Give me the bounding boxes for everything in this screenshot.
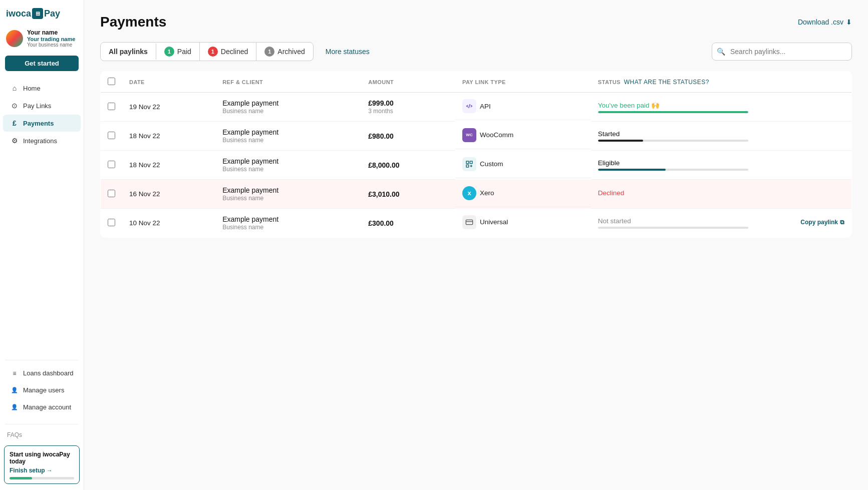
status-row: You've been paid 🙌 xyxy=(598,101,844,111)
table-row: 18 Nov 22 Example payment Business name … xyxy=(101,122,852,151)
sidebar-item-label: Home xyxy=(23,85,41,92)
page-title: Payments xyxy=(100,14,166,30)
date-cell: 18 Nov 22 xyxy=(122,151,215,180)
status-column-header: STATUS What are the statuses? xyxy=(591,72,852,93)
ref-client: Business name xyxy=(222,195,354,202)
ref-client: Business name xyxy=(222,224,354,231)
woocomm-icon: WC xyxy=(462,128,476,142)
status-label: You've been paid 🙌 xyxy=(598,101,660,109)
sidebar-item-label: Manage users xyxy=(23,386,64,394)
paylink-type-label: Universal xyxy=(480,218,508,226)
table-row: 18 Nov 22 Example payment Business name … xyxy=(101,151,852,180)
filter-bar: All paylinks 1 Paid 1 Declined 1 Archive… xyxy=(100,42,852,61)
sidebar-item-label: Loans dashboard xyxy=(23,369,73,377)
sidebar-item-integrations[interactable]: ⚙ Integrations xyxy=(3,132,81,149)
universal-icon xyxy=(462,215,476,229)
progress-fill xyxy=(598,169,666,171)
user-details: Your name Your trading name Your busines… xyxy=(27,29,75,48)
paylinks-icon: ⊙ xyxy=(10,102,19,110)
search-input[interactable] xyxy=(712,43,852,61)
ref-name: Example payment xyxy=(222,215,354,223)
status-label: Not started xyxy=(598,217,631,225)
progress-bar xyxy=(598,111,748,113)
progress-bar xyxy=(598,169,748,171)
row-checkbox-3[interactable] xyxy=(108,190,115,197)
paylink-type-label: API xyxy=(480,103,491,110)
faqs-label[interactable]: FAQs xyxy=(0,428,84,441)
get-started-button[interactable]: Get started xyxy=(5,56,79,71)
progress-bar xyxy=(598,227,748,229)
what-are-statuses-link[interactable]: What are the statuses? xyxy=(624,79,709,86)
more-statuses-button[interactable]: More statuses xyxy=(318,44,378,60)
declined-badge: 1 xyxy=(208,47,218,57)
sidebar-item-label: Integrations xyxy=(23,137,57,145)
amount-cell: £300.00 xyxy=(361,209,455,238)
loans-icon: ≡ xyxy=(10,370,19,377)
arrow-right-icon: → xyxy=(47,467,53,474)
row-checkbox-cell xyxy=(101,209,123,238)
status-cell: Started xyxy=(591,122,852,151)
ref-cell: Example payment Business name xyxy=(215,151,361,180)
ref-cell: Example payment Business name xyxy=(215,93,361,122)
date-column-header: DATE xyxy=(122,72,215,93)
sidebar-item-paylinks[interactable]: ⊙ Pay Links xyxy=(3,97,81,114)
finish-setup-link[interactable]: Finish setup → xyxy=(10,467,74,474)
main-content: Payments Download .csv ⬇ All paylinks 1 … xyxy=(84,0,868,490)
filter-tab-all[interactable]: All paylinks xyxy=(101,44,156,60)
filter-tab-label: All paylinks xyxy=(109,48,148,56)
sidebar-item-label: Pay Links xyxy=(23,102,51,110)
sidebar-item-home[interactable]: ⌂ Home xyxy=(3,80,81,97)
svg-rect-1 xyxy=(470,161,472,164)
select-all-header xyxy=(101,72,123,93)
row-checkbox-2[interactable] xyxy=(108,161,115,168)
paylink-type-cell: Universal xyxy=(455,209,591,236)
api-icon xyxy=(462,99,476,113)
row-checkbox-cell xyxy=(101,180,123,209)
payments-icon: £ xyxy=(10,119,19,127)
paylink-type-label: Xero xyxy=(480,189,494,197)
ref-name: Example payment xyxy=(222,186,354,194)
sidebar-item-payments[interactable]: £ Payments xyxy=(3,115,81,132)
archived-badge: 1 xyxy=(264,47,274,57)
amount-cell: £980.00 xyxy=(361,122,455,151)
ref-cell: Example payment Business name xyxy=(215,122,361,151)
ref-client: Business name xyxy=(222,137,354,144)
row-checkbox-1[interactable] xyxy=(108,132,115,139)
ref-client: Business name xyxy=(222,166,354,173)
user-info-section: Your name Your trading name Your busines… xyxy=(0,25,84,54)
copy-icon: ⧉ xyxy=(840,219,844,226)
row-checkbox-0[interactable] xyxy=(108,103,115,110)
filter-tab-paid[interactable]: 1 Paid xyxy=(156,43,200,61)
select-all-checkbox[interactable] xyxy=(108,78,115,85)
manage-users-icon: 👤 xyxy=(10,387,19,393)
table-row: 19 Nov 22 Example payment Business name … xyxy=(101,93,852,122)
sidebar-item-label: Manage account xyxy=(23,403,71,411)
sidebar-bottom-nav: ≡ Loans dashboard 👤 Manage users 👤 Manag… xyxy=(0,364,84,420)
manage-account-icon: 👤 xyxy=(10,404,19,410)
paylink-type-cell: API xyxy=(455,93,591,120)
home-icon: ⌂ xyxy=(10,84,19,92)
filter-tab-declined[interactable]: 1 Declined xyxy=(200,43,256,61)
filter-tab-archived[interactable]: 1 Archived xyxy=(256,43,313,61)
table-row: 10 Nov 22 Example payment Business name … xyxy=(101,209,852,238)
amount-cell: £3,010.00 xyxy=(361,180,455,209)
sidebar-item-loans[interactable]: ≡ Loans dashboard xyxy=(3,365,81,381)
status-cell: Eligible xyxy=(591,151,852,180)
ref-name: Example payment xyxy=(222,99,354,107)
page-header: Payments Download .csv ⬇ xyxy=(100,14,852,30)
sidebar-item-manage-users[interactable]: 👤 Manage users xyxy=(3,382,81,398)
custom-icon xyxy=(462,157,476,171)
avatar xyxy=(6,30,23,47)
amount-value: £3,010.00 xyxy=(368,190,448,198)
setup-banner-title: Start using iwocaPay today xyxy=(10,451,74,465)
copy-paylink-button[interactable]: Copy paylink ⧉ xyxy=(800,219,844,226)
integrations-icon: ⚙ xyxy=(10,137,19,145)
status-label: Declined xyxy=(598,189,625,197)
duration-value: 3 months xyxy=(368,108,448,115)
row-checkbox-4[interactable] xyxy=(108,219,115,226)
ref-cell: Example payment Business name xyxy=(215,209,361,238)
logo-pay: Pay xyxy=(44,9,60,19)
sidebar-item-manage-account[interactable]: 👤 Manage account xyxy=(3,399,81,415)
paid-badge: 1 xyxy=(164,47,174,57)
download-csv-link[interactable]: Download .csv ⬇ xyxy=(798,18,852,26)
